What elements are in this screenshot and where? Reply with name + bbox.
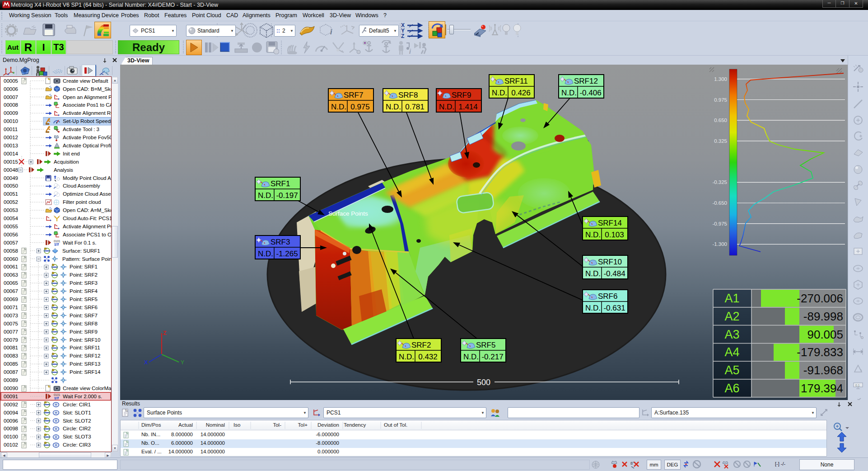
svg-text:00011: 00011: [4, 127, 18, 132]
svg-text:0.650: 0.650: [714, 118, 727, 123]
svg-text:00053: 00053: [4, 207, 18, 213]
svg-text:N.D.: N.D.: [585, 304, 601, 312]
svg-text:00096: 00096: [4, 418, 18, 424]
svg-text:-0.484: -0.484: [603, 269, 625, 278]
svg-text:00092: 00092: [4, 402, 18, 407]
svg-text:-89.998: -89.998: [803, 310, 843, 323]
svg-text:00014: 00014: [4, 151, 19, 156]
svg-text:00098: 00098: [4, 426, 18, 431]
svg-text:00077: 00077: [4, 329, 18, 334]
svg-text:00050: 00050: [4, 183, 18, 188]
svg-text:Cloud Assembly: Cloud Assembly: [63, 183, 100, 188]
svg-text:A6: A6: [724, 382, 739, 395]
svg-text:Point: SRF14: Point: SRF14: [70, 369, 101, 375]
svg-text:-0.975: -0.975: [712, 221, 727, 226]
svg-text:1.300: 1.300: [714, 76, 727, 82]
svg-text:Slot: SLOT1: Slot: SLOT1: [63, 410, 91, 415]
svg-text:Z: Z: [163, 330, 166, 336]
svg-text:-0.631: -0.631: [603, 304, 625, 312]
svg-text:Associate Pos1 to CA: Associate Pos1 to CA: [63, 102, 111, 108]
svg-text:-0.406: -0.406: [579, 89, 601, 97]
svg-text:Point: SRF12: Point: SRF12: [70, 353, 100, 358]
svg-text:X: X: [144, 359, 148, 366]
svg-text:00010: 00010: [4, 118, 18, 124]
svg-text:00081: 00081: [4, 345, 18, 350]
svg-text:Point: SRF7: Point: SRF7: [70, 313, 98, 318]
svg-text:Activate Optical Profil: Activate Optical Profil: [63, 143, 111, 148]
svg-text:00085: 00085: [4, 361, 18, 367]
svg-text:Optimize Cloud Asser: Optimize Cloud Asser: [63, 191, 111, 197]
svg-text:0.426: 0.426: [511, 89, 531, 97]
svg-text:Activate Tool : 3: Activate Tool : 3: [63, 127, 99, 132]
svg-text:00012: 00012: [4, 135, 18, 140]
svg-text:Y: Y: [181, 359, 184, 366]
svg-text:00007: 00007: [4, 94, 18, 100]
svg-text:1.414: 1.414: [458, 103, 478, 111]
svg-text:-0.197: -0.197: [276, 191, 298, 200]
svg-text:Create view ColorMap: Create view ColorMap: [63, 386, 111, 391]
svg-text:N.D.: N.D.: [492, 89, 507, 97]
svg-text:00090: 00090: [4, 386, 18, 391]
svg-text:00061: 00061: [4, 264, 18, 269]
svg-text:0.975: 0.975: [350, 103, 370, 111]
svg-text:Surface: SURF1: Surface: SURF1: [62, 248, 100, 254]
svg-text:00060: 00060: [4, 256, 18, 262]
svg-text:0,1: 0,1: [855, 384, 860, 387]
svg-text:Point: SRF1: Point: SRF1: [70, 264, 98, 269]
svg-text:N.D.: N.D.: [463, 353, 479, 361]
svg-text:00089: 00089: [4, 377, 18, 383]
svg-text:00005: 00005: [4, 78, 18, 84]
svg-text:0101: 0101: [54, 393, 61, 396]
svg-text:Activate Alignment PC: Activate Alignment PC: [63, 224, 111, 229]
svg-text:8°: 8°: [630, 461, 635, 466]
svg-text:Circle: CIR1: Circle: CIR1: [63, 402, 91, 407]
svg-text:00083: 00083: [4, 353, 18, 358]
svg-text:179.394: 179.394: [801, 382, 843, 395]
svg-text:Slot: SLOT2: Slot: SLOT2: [63, 418, 91, 424]
svg-text:A2: A2: [724, 310, 739, 323]
svg-text:N.D.: N.D.: [386, 103, 401, 111]
svg-text:Set-Up Robot Speeds: Set-Up Robot Speeds: [63, 118, 111, 124]
svg-text:Open CAD: B=M_Sko: Open CAD: B=M_Sko: [63, 86, 111, 92]
svg-text:00067: 00067: [4, 288, 18, 294]
svg-text:0.103: 0.103: [605, 231, 624, 239]
svg-text:SRF2: SRF2: [411, 341, 431, 349]
svg-text:Slot: SLOT3: Slot: SLOT3: [63, 434, 91, 439]
svg-text:00051: 00051: [4, 191, 18, 197]
svg-text:-0.650: -0.650: [712, 200, 727, 206]
svg-text:SRF7: SRF7: [344, 91, 363, 99]
svg-text:-0.217: -0.217: [481, 353, 503, 361]
svg-text:Point: SRF4: Point: SRF4: [70, 288, 98, 294]
svg-text:Cloud Auto-Fit: PCS1: Cloud Auto-Fit: PCS1: [63, 216, 111, 221]
svg-text:N.D.: N.D.: [585, 269, 601, 278]
svg-text:90.005: 90.005: [807, 328, 843, 341]
svg-text:N.D.: N.D.: [399, 353, 414, 361]
svg-text:00065: 00065: [4, 280, 18, 286]
svg-text:Surface Points: Surface Points: [328, 210, 368, 217]
svg-text:Create view Default: Create view Default: [63, 78, 108, 84]
svg-text:00100: 00100: [4, 434, 18, 439]
svg-text:00052: 00052: [4, 199, 18, 205]
svg-text:SRF14: SRF14: [598, 219, 622, 227]
svg-text:0.975: 0.975: [714, 97, 727, 103]
svg-text:Point: SRF10: Point: SRF10: [70, 337, 100, 343]
svg-text:Open CAD: A=M_Sko: Open CAD: A=M_Sko: [63, 207, 111, 213]
svg-text:i: i: [330, 28, 332, 36]
svg-text:Analysis: Analysis: [54, 167, 73, 173]
svg-text:00073: 00073: [4, 313, 18, 318]
svg-text:Pattern: Surface Point: Pattern: Surface Point: [62, 256, 111, 262]
svg-text:500: 500: [477, 378, 490, 387]
svg-text:-270.006: -270.006: [797, 292, 843, 305]
svg-text:SRF12: SRF12: [574, 77, 598, 85]
svg-text:00008: 00008: [4, 102, 18, 108]
svg-text:A5: A5: [724, 363, 739, 377]
svg-text:Filter point cloud: Filter point cloud: [63, 199, 101, 205]
svg-text:00102: 00102: [4, 442, 18, 447]
svg-text:Point: SRF13: Point: SRF13: [70, 361, 100, 367]
svg-text:Point: SRF9: Point: SRF9: [70, 329, 98, 334]
svg-text:N.D.: N.D.: [561, 89, 577, 97]
svg-text:00075: 00075: [4, 321, 18, 326]
svg-text:00057: 00057: [4, 240, 18, 245]
svg-text:Activate Probe Fov50: Activate Probe Fov50: [63, 135, 111, 140]
svg-text:SRF8: SRF8: [398, 91, 418, 99]
